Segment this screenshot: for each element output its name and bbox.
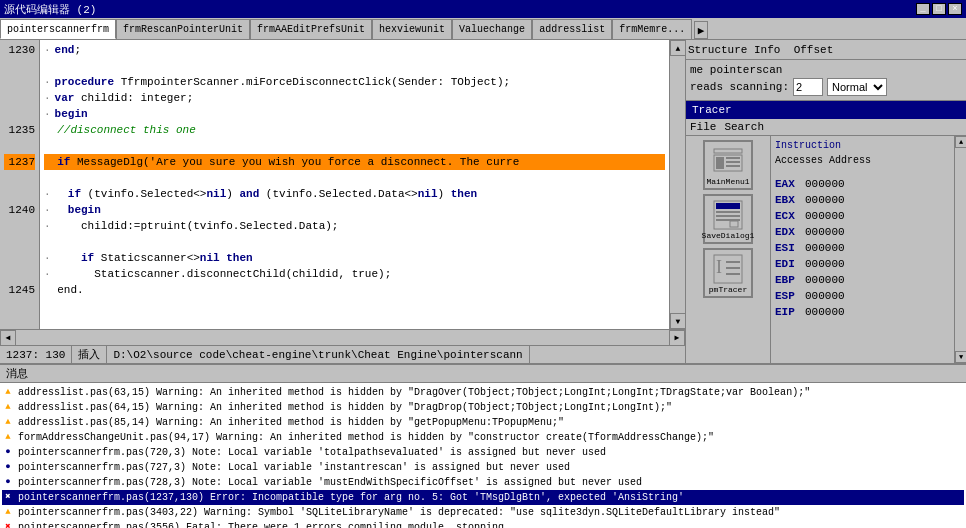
tab-hexview[interactable]: hexviewunit — [372, 19, 452, 39]
note-icon-7: ● — [2, 477, 14, 489]
maximize-button[interactable]: □ — [932, 3, 946, 15]
tracer-registers: Instruction Accesses Address EAX 000000 … — [771, 136, 954, 363]
code-line: · begin — [44, 106, 665, 122]
mode-select[interactable]: Normal — [827, 78, 887, 96]
instruction-label: Instruction — [775, 138, 950, 153]
svg-text:I: I — [716, 257, 722, 277]
register-edx: EDX 000000 — [775, 224, 950, 240]
tracer-scrollbar[interactable]: ▲ ▼ — [954, 136, 966, 363]
tab-frmmemre[interactable]: frmMemre... — [612, 19, 692, 39]
vertical-scrollbar[interactable]: ▲ ▼ — [669, 40, 685, 329]
threads-input[interactable] — [793, 78, 823, 96]
tracer-menu: File Search — [686, 119, 966, 136]
title-bar-text: 源代码编辑器 (2) — [4, 2, 96, 17]
svg-rect-11 — [730, 221, 738, 227]
save-dialog-icon[interactable]: SaveDialog1 — [703, 194, 753, 244]
insert-mode: 插入 — [72, 346, 107, 363]
tab-pointerscannerfrm[interactable]: pointerscannerfrm — [0, 19, 116, 39]
msg-line-3: ▲ addresslist.pas(85,14) Warning: An inh… — [2, 415, 964, 430]
error-icon-8: ✖ — [2, 492, 14, 504]
tracer-scroll-up[interactable]: ▲ — [955, 136, 966, 148]
tab-scroll-right[interactable]: ▶ — [694, 21, 708, 39]
code-line — [44, 58, 665, 74]
minimize-button[interactable]: _ — [916, 3, 930, 15]
main-menu-icon[interactable]: MainMenu1 — [703, 140, 753, 190]
msg-line-7: ● pointerscannerfrm.pas(728,3) Note: Loc… — [2, 475, 964, 490]
accesses-label: Accesses Address — [775, 153, 950, 168]
svg-rect-0 — [714, 149, 742, 153]
pointer-scan-area: me pointerscan reads scanning: Normal — [686, 60, 966, 101]
status-bar: 1237: 130 插入 D:\O2\source code\cheat-eng… — [0, 345, 685, 363]
code-line — [44, 138, 665, 154]
tracer-scroll-down[interactable]: ▼ — [955, 351, 966, 363]
code-line: · Staticscanner.disconnectChild(childid,… — [44, 266, 665, 282]
svg-rect-16 — [726, 273, 740, 275]
register-ebx: EBX 000000 — [775, 192, 950, 208]
fatal-icon-10: ✖ — [2, 522, 14, 529]
tab-addresslist[interactable]: addresslist — [532, 19, 612, 39]
right-panel: Structure Info Offset me pointerscan rea… — [686, 40, 966, 363]
pm-tracer-icon[interactable]: I pmTracer — [703, 248, 753, 298]
svg-rect-4 — [726, 161, 740, 163]
line-numbers: 1230 1235 1237 1240 1245 — [0, 40, 40, 329]
msg-line-5: ● pointerscannerfrm.pas(720,3) Note: Loc… — [2, 445, 964, 460]
pm-tracer-label: pmTracer — [709, 285, 747, 294]
tab-frmaaedit[interactable]: frmAAEditPrefsUnit — [250, 19, 372, 39]
messages-area: 消息 ▲ addresslist.pas(63,15) Warning: An … — [0, 363, 966, 528]
register-edi: EDI 000000 — [775, 256, 950, 272]
register-esp: ESP 000000 — [775, 288, 950, 304]
scrollbar-h-track[interactable] — [16, 330, 669, 346]
scrollbar-thumb[interactable] — [670, 56, 685, 313]
warning-icon-2: ▲ — [2, 402, 14, 414]
svg-rect-7 — [716, 203, 740, 209]
register-esi: ESI 000000 — [775, 240, 950, 256]
tracer-content: MainMenu1 SaveD — [686, 136, 966, 363]
svg-rect-5 — [726, 165, 740, 167]
msg-line-9: ▲ pointerscannerfrm.pas(3403,22) Warning… — [2, 505, 964, 520]
svg-rect-14 — [726, 261, 740, 263]
tracer-scrollbar-thumb[interactable] — [955, 148, 966, 351]
messages-list: ▲ addresslist.pas(63,15) Warning: An inh… — [0, 383, 966, 528]
tracer-icons-panel: MainMenu1 SaveD — [686, 136, 771, 363]
register-ecx: ECX 000000 — [775, 208, 950, 224]
code-line — [44, 234, 665, 250]
code-line: · begin — [44, 202, 665, 218]
register-eip: EIP 000000 — [775, 304, 950, 320]
code-editor[interactable]: 1230 1235 1237 1240 1245 — [0, 40, 685, 329]
register-eax: EAX 000000 — [775, 176, 950, 192]
svg-rect-8 — [716, 211, 740, 213]
title-bar-buttons: _ □ × — [916, 3, 962, 15]
msg-line-10: ✖ pointerscannerfrm.pas(3556) Fatal: The… — [2, 520, 964, 528]
scroll-left-button[interactable]: ◀ — [0, 330, 16, 346]
messages-title: 消息 — [0, 365, 966, 383]
close-button[interactable]: × — [948, 3, 962, 15]
msg-line-2: ▲ addresslist.pas(64,15) Warning: An inh… — [2, 400, 964, 415]
pointer-scan-threads-row: reads scanning: Normal — [690, 78, 962, 96]
warning-icon-9: ▲ — [2, 507, 14, 519]
msg-line-1: ▲ addresslist.pas(63,15) Warning: An inh… — [2, 385, 964, 400]
code-line: //disconnect this one — [44, 122, 665, 138]
scroll-up-button[interactable]: ▲ — [670, 40, 685, 56]
code-line: · if (tvinfo.Selected<> nil ) and (tvinf… — [44, 186, 665, 202]
code-content[interactable]: · end; · procedure TfrmpointerScanner.mi… — [40, 40, 669, 329]
main-content: 1230 1235 1237 1240 1245 — [0, 40, 966, 363]
horizontal-scrollbar[interactable]: ◀ ▶ — [0, 329, 685, 345]
code-line-highlighted: if MessageDlg('Are you sure you wish you… — [44, 154, 665, 170]
note-icon-6: ● — [2, 462, 14, 474]
tracer-menu-file[interactable]: File — [690, 121, 716, 133]
main-menu-label: MainMenu1 — [706, 177, 749, 186]
code-line: · if Staticscanner<> nil then — [44, 250, 665, 266]
scroll-right-button[interactable]: ▶ — [669, 330, 685, 346]
warning-icon-3: ▲ — [2, 417, 14, 429]
msg-line-6: ● pointerscannerfrm.pas(727,3) Note: Loc… — [2, 460, 964, 475]
tracer-menu-search[interactable]: Search — [724, 121, 764, 133]
tab-frmrescan[interactable]: frmRescanPointerUnit — [116, 19, 250, 39]
tab-valuechange[interactable]: Valuechange — [452, 19, 532, 39]
svg-rect-3 — [726, 157, 740, 159]
msg-line-8-error: ✖ pointerscannerfrm.pas(1237,130) Error:… — [2, 490, 964, 505]
code-line: end. — [44, 282, 665, 298]
structure-info: Structure Info Offset — [686, 40, 966, 60]
scroll-down-button[interactable]: ▼ — [670, 313, 685, 329]
code-line: · var childid: integer; — [44, 90, 665, 106]
tracer-title: Tracer — [686, 101, 966, 119]
